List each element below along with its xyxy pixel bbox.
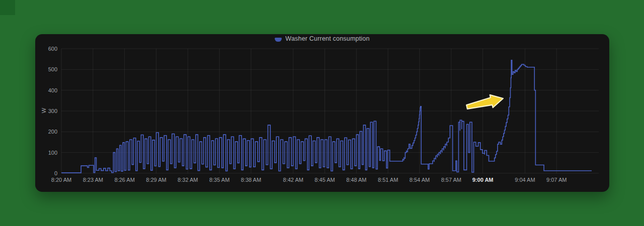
y-tick-label: 0 [39, 171, 57, 176]
x-tick-label: 8:38 AM [241, 177, 261, 183]
power-series-line [61, 60, 592, 173]
x-tick-label: 8:26 AM [114, 177, 134, 183]
x-tick-label: 9:07 AM [546, 177, 567, 183]
y-tick-label: 400 [39, 88, 57, 93]
y-tick-label: 600 [39, 46, 57, 52]
chart-panel: Washer Current consumption W 01002003004… [35, 34, 609, 192]
x-tick-label: 8:42 AM [283, 177, 303, 183]
y-tick-label: 100 [39, 150, 57, 156]
panel-header[interactable]: Washer Current consumption [35, 34, 609, 45]
x-tick-label: 8:48 AM [346, 177, 366, 183]
x-tick-label: 8:51 AM [378, 177, 398, 183]
x-tick-label: 8:32 AM [178, 177, 198, 183]
x-tick-label: 9:04 AM [515, 177, 535, 183]
corner-accent-square [0, 0, 15, 15]
x-tick-label: 8:45 AM [314, 177, 335, 183]
x-tick-label: 9:00 AM [472, 177, 494, 183]
x-tick-label: 8:54 AM [410, 177, 430, 183]
x-tick-label: 8:29 AM [146, 177, 166, 183]
chart-plot-area[interactable] [61, 49, 599, 173]
chart-svg[interactable] [61, 49, 599, 173]
y-tick-label: 300 [39, 108, 57, 114]
x-tick-label: 8:57 AM [441, 177, 461, 183]
y-tick-label: 200 [39, 129, 57, 135]
x-tick-label: 8:23 AM [83, 177, 103, 183]
desktop-background: Washer Current consumption W 01002003004… [0, 0, 644, 226]
series-marker-icon [275, 38, 282, 42]
x-tick-label: 8:20 AM [51, 177, 71, 183]
y-tick-label: 500 [39, 67, 57, 72]
annotation-arrow [466, 95, 503, 109]
panel-title: Washer Current consumption [285, 35, 369, 42]
x-tick-label: 8:35 AM [209, 177, 229, 183]
